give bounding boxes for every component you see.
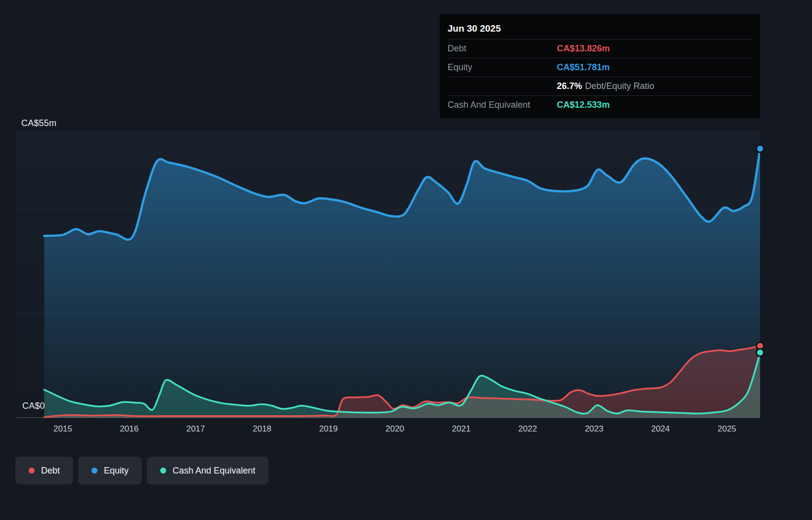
tooltip-debt-label: Debt xyxy=(448,43,557,54)
tooltip-debt-value: CA$13.826m xyxy=(557,43,610,54)
chart-tooltip: Jun 30 2025 Debt CA$13.826m Equity CA$51… xyxy=(440,14,760,118)
x-axis: 2015201620172018201920202021202220232024… xyxy=(0,424,812,437)
y-axis-zero-label: CA$0 xyxy=(22,401,45,411)
tooltip-equity-row: Equity CA$51.781m xyxy=(448,58,752,77)
y-axis-max-label: CA$55m xyxy=(21,118,56,129)
tooltip-ratio-row: 26.7% Debt/Equity Ratio xyxy=(448,77,752,96)
legend-item-cash-and-equivalent[interactable]: Cash And Equivalent xyxy=(147,457,269,484)
tooltip-cash-label: Cash And Equivalent xyxy=(448,100,557,110)
x-axis-label: 2016 xyxy=(120,424,138,434)
chart-legend: DebtEquityCash And Equivalent xyxy=(15,457,269,484)
legend-item-debt[interactable]: Debt xyxy=(15,457,73,484)
x-axis-label: 2022 xyxy=(518,424,537,434)
legend-dot xyxy=(29,468,35,474)
equity-end-dot xyxy=(757,145,764,152)
tooltip-date: Jun 30 2025 xyxy=(448,19,752,40)
x-axis-label: 2021 xyxy=(452,424,471,434)
tooltip-cash-row: Cash And Equivalent CA$12.533m xyxy=(448,96,752,114)
x-axis-label: 2025 xyxy=(718,424,736,434)
x-axis-label: 2020 xyxy=(385,424,404,434)
x-axis-label: 2017 xyxy=(186,424,205,434)
tooltip-cash-value: CA$12.533m xyxy=(557,100,610,110)
x-axis-label: 2015 xyxy=(53,424,72,434)
tooltip-ratio-value: 26.7% xyxy=(557,81,582,91)
tooltip-debt-row: Debt CA$13.826m xyxy=(448,40,752,58)
legend-item-equity[interactable]: Equity xyxy=(78,457,142,484)
legend-label: Equity xyxy=(104,466,129,476)
tooltip-equity-value: CA$51.781m xyxy=(557,62,610,73)
x-axis-label: 2023 xyxy=(585,424,603,434)
legend-label: Cash And Equivalent xyxy=(173,466,255,476)
legend-dot xyxy=(91,468,97,474)
x-axis-label: 2024 xyxy=(651,424,670,434)
debt-equity-history-screen: CA$55m CA$0 2015201620172018201920202021… xyxy=(0,0,812,520)
cash-and-equivalent-end-dot xyxy=(757,349,764,356)
x-axis-label: 2019 xyxy=(319,424,338,434)
legend-dot xyxy=(160,468,166,474)
tooltip-ratio-label: Debt/Equity Ratio xyxy=(585,81,654,91)
tooltip-equity-label: Equity xyxy=(448,62,557,73)
legend-label: Debt xyxy=(41,466,60,476)
x-axis-label: 2018 xyxy=(253,424,271,434)
